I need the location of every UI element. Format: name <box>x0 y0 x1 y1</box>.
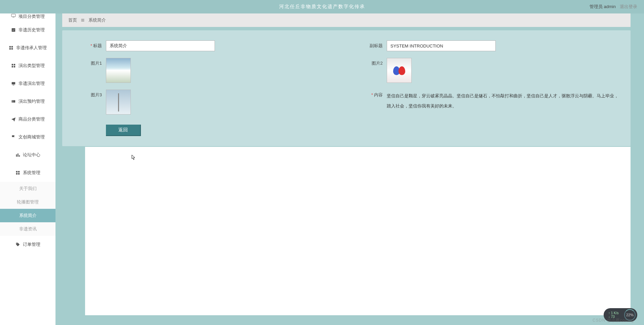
sidebar: 项目分类管理 非遗历史管理 非遗传承人管理 演出类型管理 非遗演出管理 演出预约… <box>0 13 55 325</box>
svg-rect-12 <box>11 100 15 103</box>
back-button[interactable]: 返回 <box>106 125 141 136</box>
sidebar-sub-system-intro[interactable]: 系统简介 <box>0 209 55 222</box>
sidebar-item-forum[interactable]: 论坛中心 <box>0 146 55 164</box>
field-subtitle: 副标题 <box>353 40 620 51</box>
content-text: 坚信自己是颗星，穿云破雾亮晶晶。坚信自己是燧石，不怕敲打和曲折，坚信自己是人才，… <box>387 90 620 111</box>
svg-rect-11 <box>11 82 15 85</box>
grid-icon <box>11 63 16 68</box>
sidebar-item-label: 非遗历史管理 <box>18 27 45 33</box>
ticket-icon <box>11 99 16 104</box>
svg-rect-16 <box>16 171 17 172</box>
svg-rect-23 <box>81 21 84 22</box>
presentation-icon <box>11 81 16 86</box>
form-panel: *标题 副标题 图片1 图片2 图片3 <box>62 30 631 146</box>
logout-link[interactable]: 退出登录 <box>620 4 637 10</box>
header-user-area: 管理员 admin 退出登录 <box>590 4 637 10</box>
grid-icon <box>15 170 20 175</box>
top-header: 河北任丘非物质文化遗产数字化传承 管理员 admin 退出登录 <box>0 0 644 13</box>
svg-rect-14 <box>17 154 18 157</box>
sidebar-item-label: 非遗演出管理 <box>18 80 45 87</box>
svg-rect-0 <box>11 14 15 17</box>
svg-rect-21 <box>81 19 84 20</box>
sidebar-sub-heritage-news[interactable]: 非遗资讯 <box>0 222 55 236</box>
sidebar-item-label: 非遗传承人管理 <box>16 45 47 51</box>
subtitle-input[interactable] <box>387 40 496 51</box>
field-content: *内容 坚信自己是颗星，穿云破雾亮晶晶。坚信自己是燧石，不怕敲打和曲折，坚信自己… <box>353 90 620 115</box>
tag-icon <box>15 242 20 247</box>
svg-rect-1 <box>12 17 14 18</box>
breadcrumb-current: 系统简介 <box>88 17 106 23</box>
sidebar-item-label: 系统管理 <box>23 170 40 176</box>
sidebar-item-product-category[interactable]: 商品分类管理 <box>0 110 55 128</box>
sidebar-sub-carousel[interactable]: 轮播图管理 <box>0 195 55 209</box>
sidebar-item-label: 文创商城管理 <box>18 134 45 140</box>
sidebar-item-show-type[interactable]: 演出类型管理 <box>0 57 55 74</box>
svg-rect-19 <box>18 173 19 174</box>
field-title: *标题 <box>72 40 340 51</box>
image3-thumbnail[interactable] <box>106 90 131 115</box>
blank-area <box>85 147 631 315</box>
sidebar-item-label: 商品分类管理 <box>18 116 45 122</box>
check-square-icon <box>11 28 16 32</box>
content-area: 首页 系统简介 *标题 副标题 图片1 <box>55 13 644 325</box>
svg-rect-17 <box>18 171 19 172</box>
svg-rect-6 <box>11 48 13 50</box>
sidebar-item-heritage-history[interactable]: 非遗历史管理 <box>0 21 55 39</box>
field-image2: 图片2 <box>353 58 620 83</box>
svg-rect-5 <box>9 48 11 50</box>
user-label[interactable]: 管理员 admin <box>590 4 616 10</box>
watermark: CSDN @小蔡coding <box>593 318 634 323</box>
sidebar-sub-about[interactable]: 关于我们 <box>0 182 55 195</box>
breadcrumb-home[interactable]: 首页 <box>68 17 77 23</box>
sidebar-item-label: 订单管理 <box>23 241 40 248</box>
field-image1: 图片1 <box>72 58 340 83</box>
svg-rect-13 <box>16 154 17 157</box>
flag-icon <box>11 135 16 139</box>
svg-rect-2 <box>11 28 15 32</box>
sidebar-item-system[interactable]: 系统管理 <box>0 164 55 182</box>
svg-rect-9 <box>11 66 13 67</box>
image2-thumbnail[interactable] <box>387 58 412 83</box>
app-title: 河北任丘非物质文化遗产数字化传承 <box>279 4 365 10</box>
title-input[interactable] <box>106 40 215 51</box>
sidebar-item-label: 项目分类管理 <box>18 13 45 20</box>
svg-rect-15 <box>19 155 20 157</box>
svg-rect-18 <box>16 173 17 174</box>
sidebar-item-label: 演出预约管理 <box>18 98 45 104</box>
svg-point-20 <box>16 243 17 244</box>
svg-rect-7 <box>11 64 13 65</box>
svg-rect-8 <box>13 64 15 65</box>
bars-icon <box>15 153 20 157</box>
svg-rect-3 <box>9 46 11 47</box>
sidebar-item-label: 演出类型管理 <box>18 63 45 69</box>
svg-rect-22 <box>81 20 84 21</box>
svg-rect-4 <box>11 46 13 47</box>
sidebar-item-creative-mall[interactable]: 文创商城管理 <box>0 128 55 146</box>
upload-speed: ↑ 1 K/s <box>608 311 619 315</box>
sidebar-item-show-booking[interactable]: 演出预约管理 <box>0 93 55 110</box>
breadcrumb: 首页 系统简介 <box>62 13 631 27</box>
send-icon <box>11 117 16 122</box>
sidebar-item-project-category[interactable]: 项目分类管理 <box>0 13 55 21</box>
field-image3: 图片3 <box>72 90 340 115</box>
svg-rect-10 <box>13 66 15 67</box>
sidebar-item-orders[interactable]: 订单管理 <box>0 236 55 253</box>
sidebar-item-heritage-show[interactable]: 非遗演出管理 <box>0 75 55 92</box>
sidebar-item-label: 论坛中心 <box>23 152 40 158</box>
image1-thumbnail[interactable] <box>106 58 131 83</box>
grid-icon <box>9 45 13 50</box>
sidebar-item-inheritor[interactable]: 非遗传承人管理 <box>0 39 55 57</box>
breadcrumb-separator-icon <box>80 18 85 22</box>
monitor-icon <box>11 13 16 18</box>
